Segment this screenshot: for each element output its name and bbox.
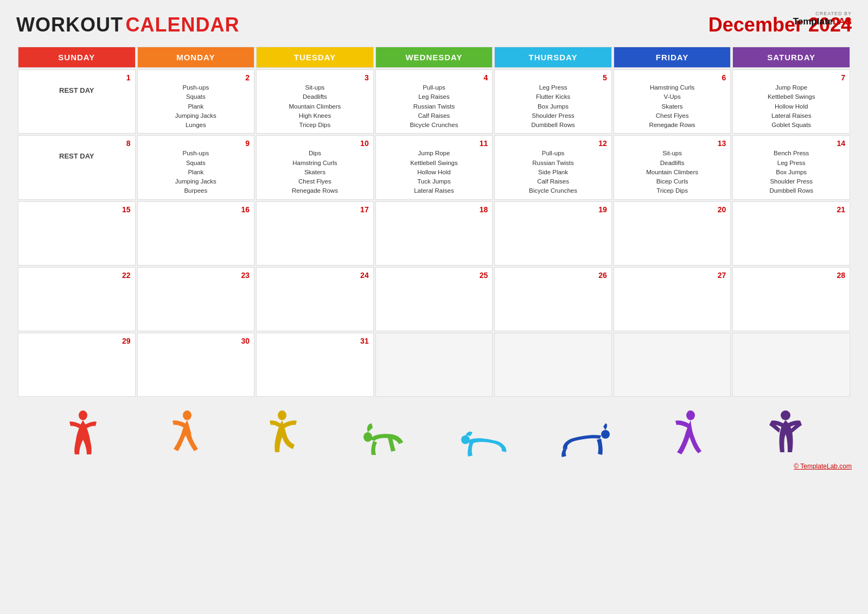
cell-0-week-1: 1REST DAY [18,69,136,134]
exercise-item: Tricep Dips [618,186,726,195]
cell-2-week-2: 10DipsHamstring CurlsSkatersChest FlyesR… [256,135,374,199]
cell-6-week-2: 14Bench PressLeg PressBox JumpsShoulder … [732,135,850,199]
exercise-item: Bicycle Crunches [380,121,488,130]
exercise-list-day-11: Jump RopeKettlebell SwingsHollow HoldTuc… [380,149,488,195]
exercise-list-day-14: Bench PressLeg PressBox JumpsShoulder Pr… [737,149,845,195]
exercise-item: High Knees [261,111,369,121]
figure-darkpurple-svg [765,410,806,459]
cell-6-week-3: 21 [732,201,850,265]
cell-2-week-5: 31 [256,333,374,397]
exercise-item: Sit-ups [618,149,726,158]
exercise-list-day-10: DipsHamstring CurlsSkatersChest FlyesRen… [261,149,369,195]
cell-5-week-3: 20 [614,201,731,265]
day-number-28: 28 [737,271,845,280]
logo-name: TemplateLAB [793,16,852,27]
day-number-30: 30 [142,337,250,345]
exercise-item: Chest Flyes [261,177,369,186]
week-row-3: 15161718192021 [18,201,850,265]
exercise-item: Push-ups [142,149,250,158]
cell-5-week-1: 6Hamstring CurlsV-UpsSkatersChest FlyesR… [614,69,731,134]
exercise-item: Leg Press [499,83,607,92]
cell-3-week-2: 11Jump RopeKettlebell SwingsHollow HoldT… [375,135,493,199]
page-header: WORKOUT CALENDAR December 2024 [16,11,852,36]
day-number-8: 8 [23,139,131,148]
cell-6-week-5 [732,333,850,397]
exercise-item: Mountain Climbers [261,102,369,111]
cell-6-week-4: 28 [732,267,850,331]
day-number-24: 24 [261,271,369,280]
header-saturday: SATURDAY [732,47,850,68]
day-number-31: 31 [261,337,369,345]
exercise-item: Bench Press [737,149,845,158]
header-sunday: SUNDAY [18,47,136,68]
exercise-item: Deadlifts [261,92,369,102]
day-headers-row: SUNDAY MONDAY TUESDAY WEDNESDAY THURSDAY… [18,47,850,68]
figure-blue-svg [558,423,612,459]
day-number-11: 11 [380,139,488,148]
week-row-1: 1REST DAY2Push-upsSquatsPlankJumping Jac… [18,69,850,134]
cell-3-week-1: 4Pull-upsLeg RaisesRussian TwistsCalf Ra… [375,69,493,134]
exercise-item: Pull-ups [499,149,607,158]
exercise-list-day-9: Push-upsSquatsPlankJumping JacksBurpees [142,149,250,195]
figure-darkpurple [735,404,835,459]
day-number-14: 14 [737,139,845,148]
logo-created-by: CREATED BY [793,11,852,16]
exercise-item: Lateral Raises [737,111,845,121]
exercise-item: Calf Raises [380,111,488,121]
day-number-7: 7 [737,73,845,82]
exercise-list-day-12: Pull-upsRussian TwistsSide PlankCalf Rai… [499,149,607,195]
svg-point-5 [601,430,610,439]
day-number-29: 29 [23,337,131,345]
cell-4-week-2: 12Pull-upsRussian TwistsSide PlankCalf R… [494,135,612,199]
day-number-21: 21 [737,205,845,214]
figure-green-svg [360,418,409,459]
day-number-4: 4 [380,73,488,82]
exercise-item: Leg Press [737,159,845,168]
exercise-item: Box Jumps [499,102,607,111]
day-number-17: 17 [261,205,369,214]
header-friday: FRIDAY [614,47,731,68]
svg-point-3 [363,432,372,442]
exercise-item: Skaters [618,102,726,111]
exercise-item: Bicycle Crunches [499,186,607,195]
cell-1-week-1: 2Push-upsSquatsPlankJumping JacksLunges [137,69,255,134]
day-number-18: 18 [380,205,488,214]
day-number-1: 1 [23,73,131,82]
exercise-item: Dips [261,149,369,158]
exercise-item: Deadlifts [618,159,726,168]
exercise-item: Push-ups [142,83,250,92]
day-number-27: 27 [618,271,726,280]
day-number-16: 16 [142,205,250,214]
exercise-item: Shoulder Press [737,177,845,186]
day-number-22: 22 [23,271,131,280]
exercise-item: Renegade Rows [261,186,369,195]
exercise-item: Tuck Jumps [380,177,488,186]
exercise-item: Plank [142,168,250,177]
cell-5-week-5 [614,333,731,397]
cell-0-week-4: 22 [18,267,136,331]
exercise-item: Bicep Curls [618,177,726,186]
figure-yellow-svg [263,410,304,459]
day-number-25: 25 [380,271,488,280]
logo-lab: LAB [833,16,852,27]
exercise-list-day-5: Leg PressFlutter KicksBox JumpsShoulder … [499,83,607,130]
exercise-item: Dumbbell Rows [737,186,845,195]
exercise-item: Skaters [261,168,369,177]
figure-yellow [233,404,334,459]
exercise-item: Leg Raises [380,92,488,102]
exercise-item: Goblet Squats [737,121,845,130]
exercise-item: Renegade Rows [618,121,726,130]
exercise-item: Russian Twists [380,102,488,111]
exercise-item: Squats [142,92,250,102]
week-row-2: 8REST DAY9Push-upsSquatsPlankJumping Jac… [18,135,850,199]
logo-area: CREATED BY TemplateLAB [793,11,852,27]
exercise-item: Jumping Jacks [142,177,250,186]
cell-0-week-3: 15 [18,201,136,265]
cell-6-week-1: 7Jump RopeKettlebell SwingsHollow HoldLa… [732,69,850,134]
cell-4-week-1: 5Leg PressFlutter KicksBox JumpsShoulder… [494,69,612,134]
exercise-list-day-3: Sit-upsDeadliftsMountain ClimbersHigh Kn… [261,83,369,130]
svg-point-4 [461,435,470,444]
cell-5-week-4: 27 [614,267,731,331]
figure-purple-svg [663,410,707,459]
exercise-list-day-7: Jump RopeKettlebell SwingsHollow HoldLat… [737,83,845,130]
